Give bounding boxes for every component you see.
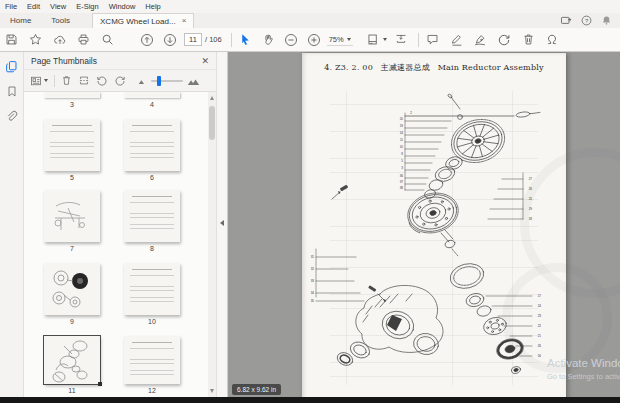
thumbnail-label: 5 — [44, 174, 100, 181]
thumbnail-page-7[interactable]: 7 — [44, 190, 100, 252]
slider-track[interactable] — [151, 80, 183, 82]
thumbnail-page-5[interactable]: 5 — [44, 119, 100, 181]
chevron-down-icon[interactable] — [383, 38, 387, 41]
trash-icon[interactable] — [520, 31, 537, 48]
page-down-icon[interactable] — [161, 31, 178, 48]
hand-tool-icon[interactable] — [260, 31, 277, 48]
main-toolbar: 11 / 106 75% — [0, 28, 620, 52]
zoom-level-value: 75% — [329, 35, 344, 44]
tab-tools[interactable]: Tools — [41, 16, 80, 28]
rotate-icon[interactable] — [496, 31, 513, 48]
thumbnail-list: 3 4 5 6 — [24, 92, 208, 397]
callout-number: 10 — [400, 145, 404, 149]
thumbnail-page-9[interactable]: 9 — [44, 263, 100, 325]
thumbnail-page-6[interactable]: 6 — [124, 119, 180, 181]
thumbnail-page-10[interactable]: 10 — [124, 263, 180, 325]
callout-number: 16 — [538, 354, 542, 358]
sign-pen-icon[interactable] — [472, 31, 489, 48]
panel-scrollbar[interactable] — [208, 92, 216, 397]
collapse-panel-icon[interactable] — [220, 220, 224, 226]
page-view-icon[interactable] — [365, 31, 382, 48]
scroll-down-icon[interactable] — [210, 389, 214, 393]
page-thumbnails-rail-icon[interactable] — [5, 60, 18, 73]
cloud-upload-icon[interactable] — [51, 31, 68, 48]
rotate-cw-icon[interactable] — [114, 75, 126, 87]
send-loop-icon[interactable] — [544, 31, 561, 48]
search-icon[interactable] — [99, 31, 116, 48]
zoom-out-icon[interactable] — [283, 31, 300, 48]
thumbnail-page-11[interactable]: 11 — [44, 336, 100, 394]
menu-bar: File Edit View E-Sign Window Help — [0, 0, 620, 13]
chevron-down-icon — [44, 79, 48, 82]
save-icon[interactable] — [3, 31, 20, 48]
menu-esign[interactable]: E-Sign — [71, 2, 104, 11]
thumbnail-preview — [124, 92, 180, 98]
tab-document-label: XCMG Wheel Load... — [100, 17, 176, 26]
thumbnail-options-icon[interactable] — [30, 75, 48, 87]
comment-icon[interactable] — [424, 31, 441, 48]
select-cursor-icon[interactable] — [237, 31, 254, 48]
callout-number: 25 — [529, 197, 533, 201]
callout-number: 37 — [400, 180, 404, 184]
thumbnail-page-12[interactable]: 12 — [124, 336, 180, 394]
tab-document[interactable]: XCMG Wheel Load... × — [92, 13, 194, 28]
callout-number: 3 — [401, 166, 403, 170]
scroll-up-icon[interactable] — [210, 96, 214, 100]
attachments-rail-icon[interactable] — [5, 110, 18, 123]
callout-number: 21 — [538, 334, 542, 338]
notifications-bell-icon[interactable] — [601, 15, 612, 26]
chevron-down-icon — [347, 38, 351, 41]
slider-thumb[interactable] — [157, 76, 161, 86]
thumbnail-page-3[interactable]: 3 — [44, 92, 100, 108]
rotate-ccw-icon[interactable] — [96, 75, 108, 87]
pencil-icon[interactable] — [448, 31, 465, 48]
menu-view[interactable]: View — [45, 2, 71, 11]
activate-windows-watermark: Activate Windows — [547, 357, 620, 369]
thumbnail-page-8[interactable]: 8 — [124, 190, 180, 252]
selection-handle[interactable] — [98, 382, 102, 386]
thumbnail-label: 4 — [124, 101, 180, 108]
menu-help[interactable]: Help — [140, 2, 165, 11]
callout-number: 5 — [401, 159, 403, 163]
callout-number: 36 — [400, 174, 404, 178]
zoom-in-icon[interactable] — [306, 31, 323, 48]
tab-home[interactable]: Home — [0, 16, 41, 28]
help-icon[interactable]: ? — [581, 15, 592, 26]
star-icon[interactable] — [27, 31, 44, 48]
share-screen-icon[interactable] — [560, 14, 572, 26]
thumbnail-preview — [44, 92, 100, 98]
thumbnail-size-slider[interactable] — [138, 76, 200, 86]
page-number-input[interactable]: 11 — [184, 33, 202, 46]
panel-close-icon[interactable]: ✕ — [201, 56, 209, 66]
trash-icon[interactable] — [61, 75, 72, 86]
callout-number: 34 — [311, 291, 315, 295]
thumbnail-preview — [44, 190, 100, 242]
thumbnail-label: 6 — [124, 174, 180, 181]
thumbnail-preview — [44, 119, 100, 171]
panel-toolbar — [24, 70, 216, 92]
thumbnail-preview — [124, 119, 180, 171]
thumbnail-page-4[interactable]: 4 — [124, 92, 180, 108]
scrollbar-thumb[interactable] — [209, 106, 215, 140]
page-thumbnails-panel: Page Thumbnails ✕ — [24, 52, 216, 397]
zoom-level-select[interactable]: 75% — [327, 34, 353, 46]
callout-number: 19 — [400, 124, 404, 128]
split-pages-icon[interactable] — [78, 75, 90, 86]
thumbnail-label: 11 — [44, 387, 100, 394]
callout-number: 22 — [538, 324, 542, 328]
menu-window[interactable]: Window — [104, 2, 141, 11]
thumbnail-preview — [44, 263, 100, 315]
bookmarks-rail-icon[interactable] — [6, 85, 18, 98]
menu-edit[interactable]: Edit — [22, 2, 45, 11]
thumbnail-label: 3 — [44, 101, 100, 108]
pdf-page[interactable]: 4. Z3. 2. 00 主减速器总成 Main Reductor Assemb… — [302, 53, 566, 397]
page-up-icon[interactable] — [138, 31, 155, 48]
callout-number: 38 — [400, 186, 404, 190]
tab-close-icon[interactable]: × — [182, 17, 187, 25]
scroll-width-icon[interactable] — [393, 31, 410, 48]
document-area[interactable]: 4. Z3. 2. 00 主减速器总成 Main Reductor Assemb… — [228, 52, 620, 397]
print-icon[interactable] — [75, 31, 92, 48]
callout-number: 26 — [538, 344, 542, 348]
panel-splitter[interactable] — [216, 52, 228, 397]
menu-file[interactable]: File — [0, 2, 22, 11]
